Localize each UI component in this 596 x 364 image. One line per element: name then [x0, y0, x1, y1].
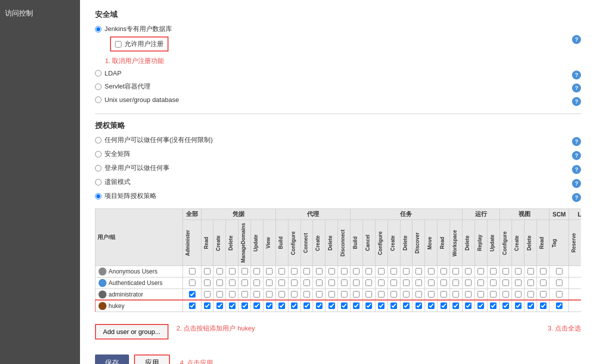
permission-checkbox[interactable]	[416, 280, 422, 286]
permission-checkbox[interactable]	[390, 302, 397, 309]
jenkins-db-help-icon[interactable]: ?	[572, 35, 581, 44]
permission-checkbox[interactable]	[378, 291, 384, 298]
permission-checkbox[interactable]	[328, 280, 335, 286]
permission-checkbox[interactable]	[452, 291, 459, 298]
permission-checkbox[interactable]	[403, 291, 410, 298]
permission-checkbox[interactable]	[540, 302, 546, 309]
permission-checkbox[interactable]	[416, 268, 422, 274]
permission-checkbox[interactable]	[304, 291, 310, 298]
permission-checkbox[interactable]	[515, 268, 522, 274]
permission-checkbox[interactable]	[378, 302, 384, 309]
permission-checkbox[interactable]	[341, 302, 348, 309]
save-button[interactable]: 保存	[95, 354, 129, 364]
permission-checkbox[interactable]	[229, 291, 236, 298]
permission-checkbox[interactable]	[242, 280, 248, 286]
add-user-button[interactable]: Add user or group...	[95, 324, 168, 340]
legacy-help-icon[interactable]: ?	[572, 179, 581, 188]
permission-checkbox[interactable]	[416, 291, 422, 298]
permission-checkbox[interactable]	[515, 280, 522, 286]
permission-checkbox[interactable]	[515, 302, 522, 309]
permission-checkbox[interactable]	[490, 302, 496, 309]
permission-checkbox[interactable]	[266, 280, 272, 286]
permission-checkbox[interactable]	[465, 302, 472, 309]
permission-checkbox[interactable]	[556, 268, 562, 274]
permission-checkbox[interactable]	[216, 280, 223, 286]
permission-checkbox[interactable]	[490, 280, 496, 286]
permission-checkbox[interactable]	[229, 302, 236, 309]
permission-checkbox[interactable]	[465, 268, 472, 274]
allow-signup-checkbox[interactable]	[115, 41, 122, 48]
permission-checkbox[interactable]	[440, 280, 447, 286]
permission-checkbox[interactable]	[304, 280, 310, 286]
permission-checkbox[interactable]	[440, 268, 447, 274]
permission-checkbox[interactable]	[353, 302, 360, 309]
permission-checkbox[interactable]	[378, 268, 384, 274]
permission-checkbox[interactable]	[440, 291, 447, 298]
permission-checkbox[interactable]	[204, 280, 210, 286]
permission-checkbox[interactable]	[452, 280, 459, 286]
permission-checkbox[interactable]	[428, 280, 434, 286]
permission-checkbox[interactable]	[465, 280, 472, 286]
permission-checkbox[interactable]	[528, 268, 534, 274]
permission-checkbox[interactable]	[216, 302, 223, 309]
permission-checkbox[interactable]	[528, 291, 534, 298]
permission-checkbox[interactable]	[390, 291, 397, 298]
permission-checkbox[interactable]	[428, 268, 434, 274]
permission-checkbox[interactable]	[189, 291, 196, 298]
permission-checkbox[interactable]	[316, 291, 322, 298]
permission-checkbox[interactable]	[390, 268, 397, 274]
permission-checkbox[interactable]	[204, 291, 210, 298]
permission-checkbox[interactable]	[254, 280, 260, 286]
permission-checkbox[interactable]	[278, 302, 285, 309]
permission-checkbox[interactable]	[378, 280, 384, 286]
project-matrix-radio[interactable]	[95, 193, 102, 200]
legacy-radio[interactable]	[95, 179, 102, 186]
apply-button[interactable]: 应用	[134, 354, 170, 364]
permission-checkbox[interactable]	[452, 268, 459, 274]
permission-checkbox[interactable]	[366, 291, 372, 298]
permission-checkbox[interactable]	[304, 268, 310, 274]
anyone-help-icon[interactable]: ?	[572, 137, 581, 146]
jenkins-db-radio[interactable]	[95, 26, 102, 32]
permission-checkbox[interactable]	[403, 280, 410, 286]
permission-checkbox[interactable]	[528, 280, 534, 286]
permission-checkbox[interactable]	[254, 291, 260, 298]
servlet-help-icon[interactable]: ?	[572, 84, 581, 92]
permission-checkbox[interactable]	[278, 280, 285, 286]
permission-checkbox[interactable]	[502, 302, 509, 309]
permission-checkbox[interactable]	[556, 291, 562, 298]
permission-checkbox[interactable]	[478, 280, 484, 286]
permission-checkbox[interactable]	[428, 302, 434, 309]
permission-checkbox[interactable]	[216, 268, 223, 274]
permission-checkbox[interactable]	[490, 268, 496, 274]
permission-checkbox[interactable]	[440, 302, 447, 309]
permission-checkbox[interactable]	[353, 268, 360, 274]
permission-checkbox[interactable]	[540, 280, 546, 286]
permission-checkbox[interactable]	[502, 280, 509, 286]
permission-checkbox[interactable]	[403, 302, 410, 309]
permission-checkbox[interactable]	[304, 302, 310, 309]
permission-checkbox[interactable]	[266, 302, 272, 309]
servlet-radio[interactable]	[95, 84, 102, 90]
permission-checkbox[interactable]	[204, 268, 210, 274]
permission-checkbox[interactable]	[540, 268, 546, 274]
permission-checkbox[interactable]	[353, 280, 360, 286]
permission-checkbox[interactable]	[316, 280, 322, 286]
permission-checkbox[interactable]	[515, 291, 522, 298]
permission-checkbox[interactable]	[316, 302, 322, 309]
permission-checkbox[interactable]	[403, 268, 410, 274]
permission-checkbox[interactable]	[341, 291, 348, 298]
permission-checkbox[interactable]	[328, 291, 335, 298]
permission-checkbox[interactable]	[556, 302, 562, 309]
ldap-radio[interactable]	[95, 70, 102, 76]
permission-checkbox[interactable]	[189, 280, 196, 286]
permission-checkbox[interactable]	[341, 280, 348, 286]
permission-checkbox[interactable]	[254, 302, 260, 309]
logged-in-radio[interactable]	[95, 165, 102, 172]
permission-checkbox[interactable]	[229, 268, 236, 274]
permission-checkbox[interactable]	[278, 268, 285, 274]
permission-checkbox[interactable]	[478, 302, 484, 309]
permission-checkbox[interactable]	[502, 268, 509, 274]
permission-checkbox[interactable]	[478, 291, 484, 298]
permission-checkbox[interactable]	[189, 268, 196, 274]
